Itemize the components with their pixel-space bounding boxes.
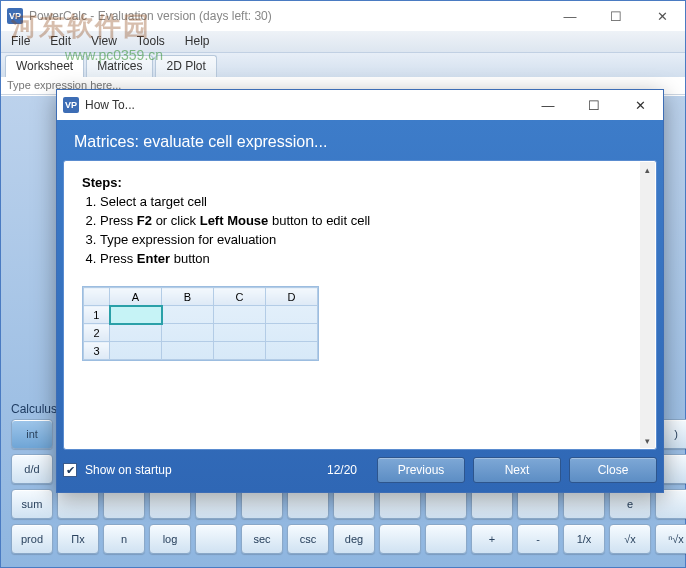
matrix-cell-selected — [110, 306, 162, 324]
dialog-icon: VP — [63, 97, 79, 113]
keypad-row: prodΠxnlogseccscdeg+-1/x√xⁿ√x — [11, 524, 675, 554]
dialog-title: How To... — [85, 98, 525, 112]
maximize-button[interactable]: ☐ — [593, 1, 639, 31]
tab-2d-plot[interactable]: 2D Plot — [155, 55, 216, 77]
keypad-key[interactable]: log — [149, 524, 191, 554]
dialog-close-x-button[interactable]: ✕ — [617, 90, 663, 120]
keypad-key[interactable] — [379, 489, 421, 519]
keypad-key[interactable] — [287, 489, 329, 519]
keypad-key[interactable] — [149, 489, 191, 519]
dialog-minimize-button[interactable]: — — [525, 90, 571, 120]
tabbar: Worksheet Matrices 2D Plot — [1, 53, 685, 77]
keypad-key[interactable]: - — [517, 524, 559, 554]
menu-edit[interactable]: Edit — [40, 31, 81, 52]
steps-title: Steps: — [82, 175, 638, 190]
keypad-row: sume — [11, 489, 675, 519]
step-1: Select a target cell — [100, 193, 638, 212]
keypad-key[interactable]: int — [11, 419, 53, 449]
main-title: PowerCalc - Evaluation version (days lef… — [29, 9, 547, 23]
dialog-titlebar[interactable]: VP How To... — ☐ ✕ — [57, 90, 663, 120]
keypad-key[interactable]: Πx — [57, 524, 99, 554]
keypad-key[interactable]: sec — [241, 524, 283, 554]
keypad-key[interactable] — [425, 489, 467, 519]
menu-view[interactable]: View — [81, 31, 127, 52]
matrix-row-2: 2 — [84, 324, 110, 342]
keypad-key[interactable] — [195, 524, 237, 554]
close-button[interactable]: Close — [569, 457, 657, 483]
keypad-key[interactable]: e — [609, 489, 651, 519]
matrix-col-C: C — [214, 288, 266, 306]
step-3: Type expression for evaluation — [100, 231, 638, 250]
show-on-startup-checkbox[interactable] — [63, 463, 77, 477]
keypad-key[interactable]: prod — [11, 524, 53, 554]
matrix-col-D: D — [266, 288, 318, 306]
step-2: Press F2 or click Left Mouse button to e… — [100, 212, 638, 231]
dialog-footer: Show on startup 12/20 Previous Next Clos… — [63, 454, 657, 486]
matrix-col-A: A — [110, 288, 162, 306]
minimize-button[interactable]: — — [547, 1, 593, 31]
keypad-key[interactable]: √x — [609, 524, 651, 554]
keypad-key[interactable] — [57, 489, 99, 519]
dialog-body: Matrices: evaluate cell expression... St… — [57, 120, 663, 492]
howto-dialog: VP How To... — ☐ ✕ Matrices: evaluate ce… — [56, 89, 664, 493]
keypad-key[interactable] — [655, 489, 686, 519]
menubar: File Edit View Tools Help — [1, 31, 685, 53]
matrix-col-B: B — [162, 288, 214, 306]
dialog-content: Steps: Select a target cell Press F2 or … — [63, 160, 657, 450]
keypad-key[interactable]: ⁿ√x — [655, 524, 686, 554]
keypad-key[interactable]: n — [103, 524, 145, 554]
tab-worksheet[interactable]: Worksheet — [5, 55, 84, 77]
keypad-key[interactable]: + — [471, 524, 513, 554]
dialog-header: Matrices: evaluate cell expression... — [60, 123, 660, 163]
keypad-key[interactable]: 1/x — [563, 524, 605, 554]
close-main-button[interactable]: ✕ — [639, 1, 685, 31]
scroll-up-icon[interactable]: ▴ — [640, 162, 655, 177]
keypad-key[interactable]: sum — [11, 489, 53, 519]
keypad-key[interactable] — [241, 489, 283, 519]
keypad-key[interactable]: d/d — [11, 454, 53, 484]
main-titlebar[interactable]: VP PowerCalc - Evaluation version (days … — [1, 1, 685, 31]
page-counter: 12/20 — [327, 463, 357, 477]
keypad-key[interactable] — [103, 489, 145, 519]
keypad-key[interactable] — [379, 524, 421, 554]
steps-list: Select a target cell Press F2 or click L… — [82, 193, 638, 268]
scroll-down-icon[interactable]: ▾ — [640, 433, 655, 448]
keypad-key[interactable] — [471, 489, 513, 519]
main-window: VP PowerCalc - Evaluation version (days … — [0, 0, 686, 568]
dialog-scrollbar[interactable]: ▴ ▾ — [640, 162, 655, 448]
menu-tools[interactable]: Tools — [127, 31, 175, 52]
next-button[interactable]: Next — [473, 457, 561, 483]
matrix-demo-image: A B C D 1 2 3 — [82, 286, 319, 361]
keypad-key[interactable] — [333, 489, 375, 519]
matrix-row-3: 3 — [84, 342, 110, 360]
show-on-startup-label: Show on startup — [85, 463, 172, 477]
dialog-maximize-button[interactable]: ☐ — [571, 90, 617, 120]
step-4: Press Enter button — [100, 250, 638, 269]
matrix-corner — [84, 288, 110, 306]
menu-help[interactable]: Help — [175, 31, 220, 52]
menu-file[interactable]: File — [1, 31, 40, 52]
keypad-key[interactable] — [563, 489, 605, 519]
tab-matrices[interactable]: Matrices — [86, 55, 153, 77]
keypad-key[interactable] — [195, 489, 237, 519]
app-icon: VP — [7, 8, 23, 24]
keypad-key[interactable] — [517, 489, 559, 519]
keypad-key[interactable]: deg — [333, 524, 375, 554]
matrix-row-1: 1 — [84, 306, 110, 324]
previous-button[interactable]: Previous — [377, 457, 465, 483]
keypad-key[interactable] — [425, 524, 467, 554]
keypad-key[interactable]: csc — [287, 524, 329, 554]
